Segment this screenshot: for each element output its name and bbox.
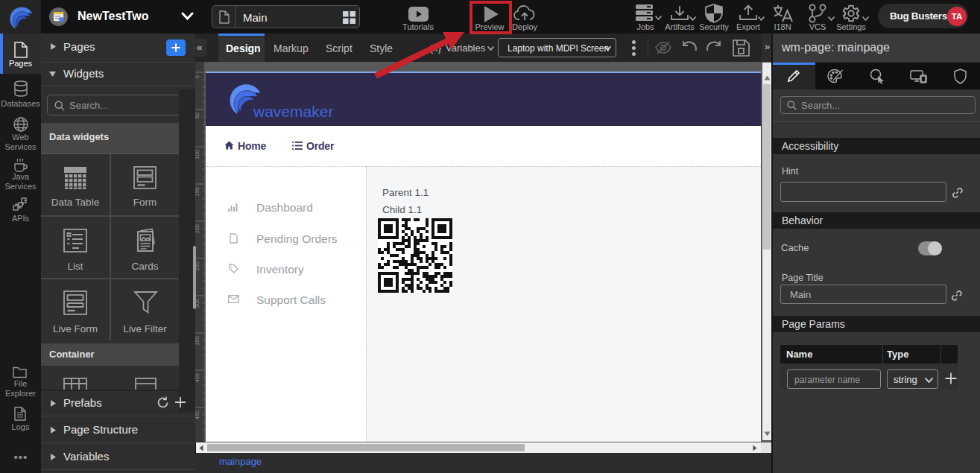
svg-text:200: 200	[195, 224, 200, 234]
svg-text:250: 250	[195, 261, 200, 271]
svg-text:300: 300	[195, 299, 200, 308]
svg-text:150: 150	[195, 187, 200, 197]
svg-text:400: 400	[195, 373, 200, 383]
svg-text:450: 450	[195, 410, 200, 420]
svg-text:100: 100	[195, 150, 200, 159]
svg-text:50: 50	[195, 112, 200, 118]
svg-text:0: 0	[195, 75, 200, 78]
svg-text:350: 350	[195, 336, 200, 346]
